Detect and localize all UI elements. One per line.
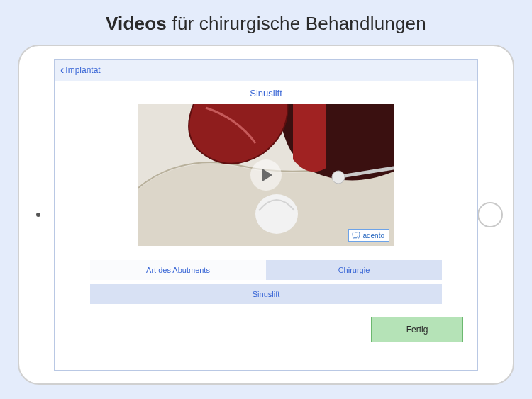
- tooth-icon: [352, 231, 360, 240]
- play-icon[interactable]: [250, 159, 282, 191]
- camera-dot: [36, 213, 40, 217]
- tab-abutment-type[interactable]: Art des Abutments: [90, 260, 266, 280]
- back-label: Implantat: [65, 65, 100, 75]
- svg-point-3: [332, 171, 345, 184]
- done-row: Fertig: [55, 308, 477, 342]
- brand-badge: adento: [348, 229, 389, 242]
- hero-title-rest: für chirurgische Behandlungen: [167, 13, 426, 34]
- tab-row-2: Sinuslift: [90, 284, 442, 304]
- tab-surgery[interactable]: Chirurgie: [266, 260, 442, 280]
- tab-row-1: Art des Abutments Chirurgie: [90, 260, 442, 280]
- hero-title-bold: Videos: [106, 13, 167, 34]
- tabs-area: Art des Abutments Chirurgie Sinuslift: [55, 246, 477, 308]
- app-screen: ‹ Implantat Sinuslift: [54, 59, 478, 371]
- brand-name: adento: [362, 232, 384, 240]
- back-button[interactable]: ‹ Implantat: [60, 64, 101, 77]
- nav-bar: ‹ Implantat: [55, 60, 477, 81]
- video-thumbnail[interactable]: adento: [138, 104, 394, 246]
- hero-title: Videos für chirurgische Behandlungen: [0, 0, 532, 45]
- page-title: Sinuslift: [55, 81, 477, 104]
- tablet-frame: ‹ Implantat Sinuslift: [18, 45, 514, 385]
- chevron-left-icon: ‹: [60, 64, 64, 77]
- done-button[interactable]: Fertig: [371, 317, 463, 342]
- home-button[interactable]: [477, 202, 503, 227]
- tab-sinuslift[interactable]: Sinuslift: [90, 284, 442, 304]
